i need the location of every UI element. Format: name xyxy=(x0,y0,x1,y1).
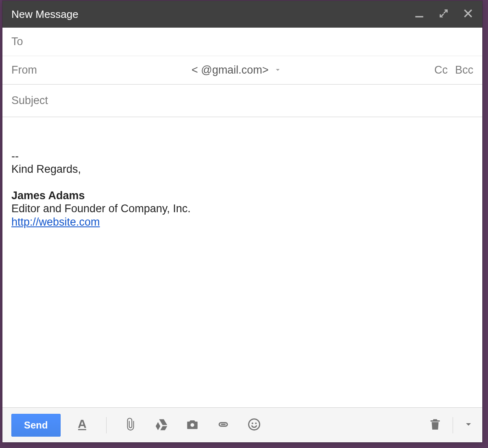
formatting-icon[interactable] xyxy=(75,418,89,433)
popout-icon[interactable] xyxy=(438,8,449,20)
from-field-row[interactable]: From < @gmail.com> Cc Bcc xyxy=(2,56,482,85)
insert-link-icon[interactable] xyxy=(216,418,230,433)
send-button[interactable]: Send xyxy=(11,414,61,437)
svg-point-5 xyxy=(255,422,257,424)
insert-photo-icon[interactable] xyxy=(185,418,199,433)
toolbar-separator xyxy=(106,417,107,433)
bcc-button[interactable]: Bcc xyxy=(455,64,473,76)
from-dropdown-caret-icon[interactable] xyxy=(274,64,281,76)
svg-point-3 xyxy=(248,419,259,430)
compose-window: New Message To From < xyxy=(2,1,482,442)
insert-drive-icon[interactable] xyxy=(155,418,168,433)
signature-link[interactable]: http://website.com xyxy=(11,216,100,228)
signature-name: James Adams xyxy=(11,189,473,202)
header-fields: To From < @gmail.com> Cc Bcc xyxy=(2,28,482,117)
attach-file-icon[interactable] xyxy=(124,418,137,433)
from-email-text: < @gmail.com> xyxy=(192,64,268,76)
compose-footer: Send xyxy=(2,407,482,442)
svg-point-4 xyxy=(251,422,253,424)
send-button-label: Send xyxy=(24,420,48,431)
compose-header[interactable]: New Message xyxy=(2,1,482,28)
compose-title: New Message xyxy=(11,8,78,21)
to-label: To xyxy=(11,35,23,48)
close-icon[interactable] xyxy=(463,8,473,20)
svg-point-2 xyxy=(190,423,194,426)
svg-rect-0 xyxy=(415,16,423,17)
minimize-icon[interactable] xyxy=(414,8,425,20)
subject-input[interactable] xyxy=(11,94,473,107)
to-field-row[interactable]: To xyxy=(2,28,482,56)
from-label: From xyxy=(11,64,37,76)
signature-separator: -- xyxy=(11,150,473,163)
signature-greeting: Kind Regards, xyxy=(11,163,473,176)
svg-rect-1 xyxy=(78,429,86,430)
signature-title: Editor and Founder of Company, Inc. xyxy=(11,202,473,215)
from-email[interactable]: < @gmail.com> xyxy=(192,64,281,76)
subject-field-row[interactable] xyxy=(2,85,482,117)
compose-body[interactable]: -- Kind Regards, James Adams Editor and … xyxy=(2,117,482,407)
cc-button[interactable]: Cc xyxy=(434,64,448,76)
more-options-caret-icon[interactable] xyxy=(464,420,473,431)
discard-draft-icon[interactable] xyxy=(428,418,442,433)
toolbar-separator xyxy=(453,417,453,433)
insert-emoji-icon[interactable] xyxy=(247,418,261,433)
